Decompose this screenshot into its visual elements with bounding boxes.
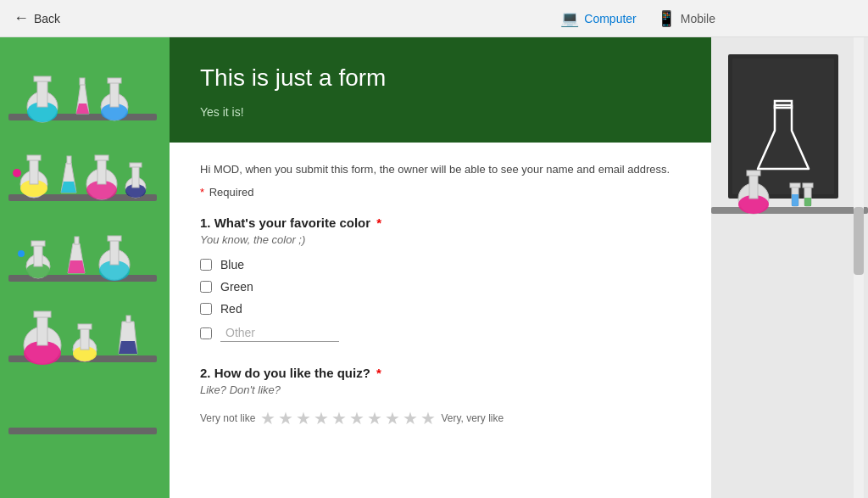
rating-label-low: Very not like (200, 412, 255, 424)
bg-right-decoration (711, 37, 868, 498)
checkbox-red[interactable] (200, 303, 212, 315)
back-button[interactable]: ← Back (14, 9, 60, 27)
stars-container: ★ ★ ★ ★ ★ ★ ★ ★ ★ ★ (260, 408, 436, 428)
computer-icon: 💻 (560, 9, 579, 28)
form-body: Hi MOD, when you submit this form, the o… (170, 143, 711, 473)
svg-rect-66 (792, 194, 798, 206)
star-8[interactable]: ★ (385, 408, 400, 428)
rating-label-high: Very, very like (441, 412, 504, 424)
checkbox-green[interactable] (200, 281, 212, 293)
option-blue: Blue (200, 258, 681, 271)
svg-rect-20 (27, 155, 41, 160)
svg-rect-69 (804, 198, 811, 206)
star-5[interactable]: ★ (331, 408, 347, 428)
star-6[interactable]: ★ (349, 408, 364, 428)
svg-rect-31 (130, 163, 142, 167)
option-other (200, 324, 681, 342)
svg-rect-30 (132, 166, 139, 187)
question-1-title: 1. What's your favorite color * (200, 215, 681, 230)
svg-rect-50 (78, 324, 92, 329)
svg-rect-34 (34, 245, 42, 266)
question-2-hint: Like? Don't like? (200, 383, 681, 396)
question-2: 2. How do you like the quiz? * Like? Don… (200, 366, 681, 428)
svg-rect-16 (108, 78, 121, 83)
svg-rect-19 (30, 159, 38, 184)
form-title: This is just a form (200, 64, 681, 92)
svg-marker-37 (68, 260, 85, 273)
q1-required-star: * (376, 215, 381, 230)
svg-rect-46 (34, 311, 51, 317)
mobile-label: Mobile (681, 12, 715, 25)
back-label: Back (34, 12, 60, 25)
svg-rect-60 (711, 207, 868, 214)
required-star-icon: * (200, 186, 204, 199)
view-toggle: 💻 Computer 📱 Mobile (560, 9, 715, 28)
form-header: This is just a form Yes it is! (170, 37, 711, 143)
option-red: Red (200, 302, 681, 316)
svg-rect-9 (34, 76, 51, 81)
option-green: Green (200, 280, 681, 294)
question-1-hint: You know, the color ;) (200, 233, 681, 246)
svg-rect-15 (110, 81, 119, 107)
svg-rect-53 (126, 316, 131, 322)
svg-rect-38 (75, 237, 79, 244)
mobile-icon: 📱 (657, 9, 676, 28)
topbar: ← Back 💻 Computer 📱 Mobile (0, 0, 868, 37)
form-panel: This is just a form Yes it is! Hi MOD, w… (170, 37, 711, 498)
star-4[interactable]: ★ (314, 408, 329, 428)
svg-rect-64 (747, 171, 760, 176)
svg-rect-63 (749, 175, 758, 199)
star-3[interactable]: ★ (296, 408, 311, 428)
required-note: * Required (200, 186, 681, 199)
star-2[interactable]: ★ (278, 408, 293, 428)
svg-marker-22 (61, 182, 76, 193)
svg-marker-52 (119, 341, 137, 354)
checkbox-other[interactable] (200, 327, 212, 339)
svg-rect-67 (790, 183, 800, 187)
label-red[interactable]: Red (220, 302, 242, 316)
svg-rect-42 (108, 236, 121, 241)
computer-view-button[interactable]: 💻 Computer (560, 9, 636, 28)
svg-rect-5 (8, 428, 157, 434)
form-info-text: Hi MOD, when you submit this form, the o… (200, 163, 681, 176)
star-9[interactable]: ★ (403, 408, 418, 428)
mobile-view-button[interactable]: 📱 Mobile (657, 9, 715, 28)
svg-rect-27 (95, 155, 108, 160)
svg-rect-23 (67, 156, 71, 164)
star-10[interactable]: ★ (420, 408, 436, 428)
back-arrow-icon: ← (14, 9, 29, 27)
computer-label: Computer (584, 12, 636, 25)
form-subtitle: Yes it is! (200, 105, 681, 119)
svg-rect-41 (110, 239, 119, 265)
other-text-input[interactable] (220, 324, 339, 342)
svg-point-55 (18, 250, 25, 257)
label-green[interactable]: Green (220, 280, 253, 294)
bg-left-decoration (0, 37, 170, 498)
svg-rect-70 (803, 183, 813, 187)
star-7[interactable]: ★ (367, 408, 382, 428)
q2-required-star: * (376, 366, 381, 380)
svg-rect-35 (31, 241, 45, 246)
star-rating-row: Very not like ★ ★ ★ ★ ★ ★ ★ ★ ★ ★ Very, … (200, 408, 681, 428)
svg-rect-72 (854, 207, 864, 275)
main-content: This is just a form Yes it is! Hi MOD, w… (0, 37, 868, 498)
svg-point-54 (13, 169, 21, 177)
svg-rect-45 (37, 316, 47, 345)
label-blue[interactable]: Blue (220, 258, 244, 271)
question-2-title: 2. How do you like the quiz? * (200, 366, 681, 380)
svg-rect-26 (97, 159, 106, 184)
star-1[interactable]: ★ (260, 408, 275, 428)
question-1: 1. What's your favorite color * You know… (200, 215, 681, 342)
svg-rect-49 (81, 328, 89, 350)
checkbox-blue[interactable] (200, 259, 212, 271)
svg-rect-12 (80, 78, 85, 85)
svg-rect-8 (37, 80, 47, 107)
